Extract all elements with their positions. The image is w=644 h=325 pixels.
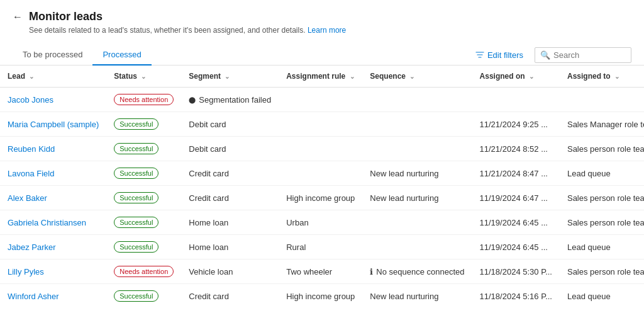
lead-link[interactable]: Jabez Parker	[8, 242, 56, 252]
edit-filters-label: Edit filters	[487, 50, 523, 60]
assigned-to-cell	[560, 88, 644, 112]
assigned-on-cell: 11/18/2024 5:30 P...	[472, 259, 560, 284]
assigned-to-cell: Lead queue	[560, 161, 644, 186]
back-button[interactable]: ←	[13, 11, 23, 23]
assigned-to-cell: Sales person role team	[560, 186, 644, 210]
col-header-assigned-to[interactable]: Assigned to ⌄	[560, 66, 644, 88]
page-header: ← Monitor leads See details related to a…	[0, 0, 644, 40]
page-title: Monitor leads	[29, 10, 103, 23]
table-row: Reuben KiddSuccessfulDebit card11/21/202…	[0, 137, 644, 161]
seg-failed-icon: ⬤	[189, 96, 196, 103]
assigned-on-cell: 11/19/2024 6:47 ...	[472, 186, 560, 210]
assigned-to-cell: Lead queue	[560, 235, 644, 259]
segment-cell: Credit card	[181, 186, 279, 210]
status-badge: Needs attention	[114, 94, 174, 105]
learn-more-link[interactable]: Learn more	[308, 26, 346, 35]
assignment-cell: Rural	[279, 235, 362, 259]
sort-status-icon: ⌄	[141, 73, 146, 80]
seg-failed-label: ⬤Segmentation failed	[189, 95, 271, 105]
tabs: To be processed Processed	[13, 45, 152, 65]
assignment-cell: High income group	[279, 186, 362, 210]
segment-cell: Credit card	[181, 161, 279, 186]
sequence-cell	[362, 112, 472, 137]
assigned-on-cell: 11/21/2024 9:25 ...	[472, 112, 560, 137]
status-badge: Successful	[114, 217, 158, 228]
table-row: Jacob JonesNeeds attention⬤Segmentation …	[0, 88, 644, 112]
sequence-cell: New lead nurturing	[362, 161, 472, 186]
sort-segment-icon: ⌄	[225, 73, 230, 80]
status-badge: Successful	[114, 241, 158, 253]
lead-link[interactable]: Reuben Kidd	[8, 144, 55, 154]
status-badge: Successful	[114, 290, 158, 302]
assignment-cell	[279, 112, 362, 137]
lead-link[interactable]: Lavona Field	[8, 169, 54, 178]
assigned-to-cell: Sales person role team	[560, 259, 644, 284]
status-badge: Needs attention	[114, 266, 174, 277]
sort-assigned-to-icon: ⌄	[614, 73, 619, 80]
table-row: Alex BakerSuccessfulCredit cardHigh inco…	[0, 186, 644, 210]
segment-cell: Debit card	[181, 137, 279, 161]
edit-filters-button[interactable]: Edit filters	[470, 48, 528, 62]
lead-link[interactable]: Alex Baker	[8, 193, 47, 203]
sort-sequence-icon: ⌄	[409, 73, 414, 80]
segment-cell: ⬤Segmentation failed	[181, 88, 279, 112]
status-badge: Successful	[114, 168, 158, 179]
col-header-assigned-on[interactable]: Assigned on ⌄	[472, 66, 560, 88]
col-header-lead[interactable]: Lead ⌄	[0, 66, 106, 88]
lead-link[interactable]: Jacob Jones	[8, 95, 53, 105]
col-header-status[interactable]: Status ⌄	[106, 66, 181, 88]
segment-cell: Home loan	[181, 210, 279, 235]
page-subtitle: See details related to a lead's status, …	[29, 26, 631, 35]
tab-to-be-processed[interactable]: To be processed	[13, 45, 92, 66]
table-row: Maria Campbell (sample)SuccessfulDebit c…	[0, 112, 644, 137]
col-header-sequence[interactable]: Sequence ⌄	[362, 66, 472, 88]
search-box[interactable]: 🔍	[535, 47, 631, 63]
assigned-to-cell: Sales person role team	[560, 137, 644, 161]
assignment-cell: Urban	[279, 210, 362, 235]
search-input[interactable]	[553, 50, 626, 60]
segment-cell: Vehicle loan	[181, 259, 279, 284]
sort-lead-icon: ⌄	[29, 73, 34, 80]
sequence-cell	[362, 235, 472, 259]
table-body: Jacob JonesNeeds attention⬤Segmentation …	[0, 88, 644, 305]
col-header-segment[interactable]: Segment ⌄	[181, 66, 279, 88]
assigned-on-cell: 11/21/2024 8:47 ...	[472, 161, 560, 186]
sort-assigned-on-icon: ⌄	[529, 73, 534, 80]
leads-table: Lead ⌄ Status ⌄ Segment ⌄ Assignment rul…	[0, 66, 644, 305]
lead-link[interactable]: Winford Asher	[8, 292, 59, 301]
assigned-on-cell: 11/21/2024 8:52 ...	[472, 137, 560, 161]
search-icon: 🔍	[540, 50, 550, 60]
status-badge: Successful	[114, 118, 158, 130]
table-row: Winford AsherSuccessfulCredit cardHigh i…	[0, 284, 644, 305]
lead-link[interactable]: Lilly Pyles	[8, 267, 44, 277]
sequence-cell: New lead nurturing	[362, 186, 472, 210]
assigned-to-cell: Lead queue	[560, 284, 644, 305]
segment-cell: Home loan	[181, 235, 279, 259]
tabs-bar: To be processed Processed Edit filters 🔍	[0, 40, 644, 66]
sequence-cell	[362, 137, 472, 161]
no-seq-icon: ℹ	[370, 267, 373, 277]
assigned-to-cell: Sales Manager role te...	[560, 112, 644, 137]
assigned-to-cell: Sales person role team	[560, 210, 644, 235]
assignment-cell: Two wheeler	[279, 259, 362, 284]
assignment-cell	[279, 161, 362, 186]
table-wrapper: Lead ⌄ Status ⌄ Segment ⌄ Assignment rul…	[0, 66, 644, 305]
sequence-cell	[362, 210, 472, 235]
sequence-cell: ℹNo sequence connected	[362, 259, 472, 284]
assignment-cell: High income group	[279, 284, 362, 305]
assigned-on-cell: 11/19/2024 6:45 ...	[472, 210, 560, 235]
segment-cell: Credit card	[181, 284, 279, 305]
table-row: Jabez ParkerSuccessfulHome loanRural11/1…	[0, 235, 644, 259]
tab-processed[interactable]: Processed	[92, 45, 151, 66]
table-header-row: Lead ⌄ Status ⌄ Segment ⌄ Assignment rul…	[0, 66, 644, 88]
lead-link[interactable]: Gabriela Christiansen	[8, 218, 86, 227]
assigned-on-cell: 11/19/2024 6:45 ...	[472, 235, 560, 259]
col-header-assignment[interactable]: Assignment rule ⌄	[279, 66, 362, 88]
no-seq-label: ℹNo sequence connected	[370, 267, 464, 277]
filter-icon	[475, 50, 484, 59]
table-row: Lilly PylesNeeds attentionVehicle loanTw…	[0, 259, 644, 284]
status-badge: Successful	[114, 143, 158, 154]
assigned-on-cell	[472, 88, 560, 112]
assigned-on-cell: 11/18/2024 5:16 P...	[472, 284, 560, 305]
lead-link[interactable]: Maria Campbell (sample)	[8, 120, 99, 129]
